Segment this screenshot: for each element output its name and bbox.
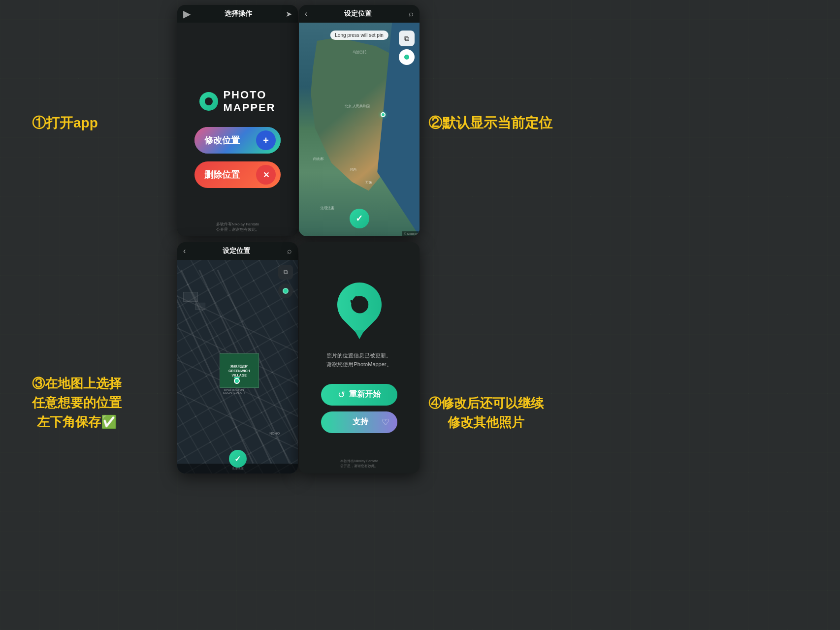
restart-button-label: 重新开始	[349, 389, 381, 400]
support-button[interactable]: 支持 ♡	[321, 411, 397, 433]
map-confirm-button[interactable]: ✓	[350, 209, 369, 228]
map-attribution: © Mapbox	[402, 231, 420, 236]
layers-icon: ⧉	[404, 34, 409, 43]
heart-icon: ♡	[382, 417, 389, 428]
fazhan-label: 法理法案	[321, 206, 334, 211]
screen-app-open: ▶ 选择操作 ➤ PHOTO MAPPER 修改位置 + 删除位置 ✕	[177, 5, 298, 236]
header-title: 选择操作	[191, 9, 286, 18]
bl-layers-button[interactable]: ⧉	[278, 265, 293, 280]
nyc-confirm-button[interactable]: ✓	[229, 450, 247, 468]
map-location-button[interactable]	[399, 49, 415, 65]
screen-map-china: ‹ 设定位置 ⌕ 乌兰巴托 北京·人民共和国 内比都 河内 万象 法理法案 曼谷…	[299, 5, 420, 236]
search-icon[interactable]: ⌕	[409, 9, 414, 18]
bl-location-button[interactable]	[278, 284, 293, 298]
tr-header-title: 设定位置	[307, 9, 409, 18]
bl-layers-icon: ⧉	[284, 268, 288, 276]
modify-location-button[interactable]: 修改位置 +	[194, 127, 281, 154]
app-main-screen: PHOTO MAPPER 修改位置 + 删除位置 ✕ 多软件有Nikolay F…	[177, 23, 298, 236]
checkmark-icon: ✓	[355, 213, 363, 224]
henan-label: 河内	[350, 167, 356, 172]
block-2	[195, 303, 205, 310]
step-3-label: ③在地图上选择任意想要的位置左下角保存✅	[32, 374, 122, 432]
background-map	[0, 0, 840, 630]
screen-tr-header: ‹ 设定位置 ⌕	[299, 5, 420, 23]
pin-body	[328, 274, 390, 336]
washington-label: WASHINGTON SQUARE ARCH	[223, 388, 245, 394]
logo-line1: PHOTO	[223, 89, 275, 101]
screen-tl-footer: 多软件有Nikolay Fantato 公开星，谢谢您有效此。	[177, 221, 298, 232]
step-4-label: ④修改后还可以继续修改其他照片	[428, 394, 544, 432]
nyc-location-pin	[234, 377, 240, 384]
beijing-label: 北京·人民共和国	[345, 104, 370, 109]
restart-icon: ↺	[338, 389, 345, 400]
nav-icon[interactable]: ▶	[183, 8, 191, 20]
app-logo: PHOTO MAPPER	[199, 89, 275, 114]
bl-location-dot	[283, 288, 289, 294]
delete-location-button[interactable]: 删除位置 ✕	[194, 161, 281, 188]
delete-button-icon: ✕	[256, 165, 276, 185]
current-location-pin	[381, 112, 386, 117]
app-logo-icon	[199, 92, 218, 111]
success-pin: ✓	[335, 283, 384, 342]
support-button-label: 支持	[353, 417, 368, 427]
modify-button-icon: +	[256, 130, 276, 150]
location-dot	[403, 54, 410, 61]
success-message: 照片的位置信息已被更新。 谢谢您使用PhotoMapper。	[317, 351, 401, 369]
map-layers-button[interactable]: ⧉	[399, 31, 415, 46]
pin-tail	[355, 330, 364, 339]
screen-tl-header: ▶ 选择操作 ➤	[177, 5, 298, 23]
wulanbahe-label: 乌兰巴托	[353, 50, 366, 55]
modify-button-label: 修改位置	[204, 134, 240, 146]
logo-line2: MAPPER	[223, 101, 275, 114]
br-footer: 本软件有Nikolay Fantato 公开星，谢谢您有效此。	[299, 459, 420, 469]
nyc-map-body[interactable]: 格林尼治村 GREENWICH VILLAGE WASHINGTON SQUAR…	[177, 260, 298, 473]
screen-bl-header: ‹ 设定位置 ⌕	[177, 242, 298, 260]
success-pin-container: ✓	[335, 283, 384, 342]
screen-map-nyc: ‹ 设定位置 ⌕ 格林尼治村 GREENWICH VILLAG	[177, 242, 298, 473]
neibi-label: 内比都	[313, 157, 323, 161]
wanxiang-label: 万象	[365, 180, 372, 185]
step-2-label: ②默认显示当前定位	[428, 113, 552, 132]
noho-label: NOHO	[269, 432, 280, 435]
block-1	[183, 292, 198, 302]
step-1-label: ①打开app	[32, 113, 98, 132]
delete-button-label: 删除位置	[204, 169, 240, 181]
restart-button[interactable]: ↺ 重新开始	[321, 384, 397, 406]
long-press-tooltip: Long press will set pin	[330, 31, 388, 40]
location-icon[interactable]: ➤	[286, 9, 292, 19]
bl-header-title: 设定位置	[186, 247, 287, 255]
bl-search-icon[interactable]: ⌕	[287, 247, 292, 255]
nyc-checkmark-icon: ✓	[234, 454, 241, 464]
pin-checkmark-icon: ✓	[349, 293, 358, 307]
china-map-body[interactable]: 乌兰巴托 北京·人民共和国 内比都 河内 万象 法理法案 曼谷 Long pre…	[299, 23, 420, 236]
greenwich-label: 格林尼治村 GREENWICH VILLAGE	[228, 364, 250, 378]
screen-success: ✓ 照片的位置信息已被更新。 谢谢您使用PhotoMapper。 ↺ 重新开始 …	[299, 242, 420, 473]
app-logo-text: PHOTO MAPPER	[223, 89, 275, 114]
